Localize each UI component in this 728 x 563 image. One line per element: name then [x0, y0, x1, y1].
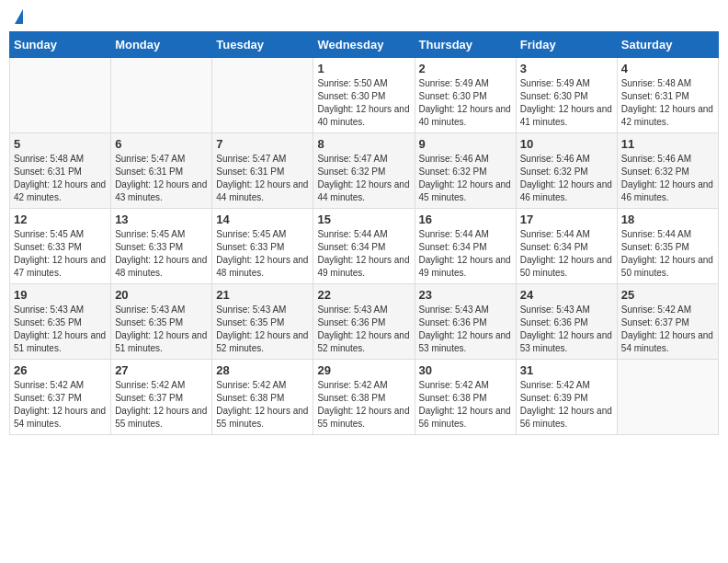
calendar-cell: 14Sunrise: 5:45 AM Sunset: 6:33 PM Dayli… [212, 209, 313, 284]
day-info: Sunrise: 5:42 AM Sunset: 6:37 PM Dayligh… [115, 379, 208, 431]
calendar-cell: 19Sunrise: 5:43 AM Sunset: 6:35 PM Dayli… [10, 284, 111, 360]
day-info: Sunrise: 5:49 AM Sunset: 6:30 PM Dayligh… [419, 77, 512, 129]
day-info: Sunrise: 5:42 AM Sunset: 6:38 PM Dayligh… [419, 379, 512, 431]
day-number: 26 [14, 363, 107, 377]
day-info: Sunrise: 5:45 AM Sunset: 6:33 PM Dayligh… [14, 228, 107, 280]
calendar-cell: 24Sunrise: 5:43 AM Sunset: 6:36 PM Dayli… [516, 284, 617, 360]
calendar-header-saturday: Saturday [617, 32, 718, 58]
logo [13, 9, 23, 26]
calendar-header-row: SundayMondayTuesdayWednesdayThursdayFrid… [10, 32, 719, 58]
day-info: Sunrise: 5:43 AM Sunset: 6:36 PM Dayligh… [317, 304, 410, 355]
day-info: Sunrise: 5:43 AM Sunset: 6:35 PM Dayligh… [14, 304, 107, 355]
calendar-header-sunday: Sunday [10, 32, 111, 58]
day-number: 15 [317, 213, 410, 226]
page-header [9, 9, 719, 26]
day-info: Sunrise: 5:42 AM Sunset: 6:37 PM Dayligh… [621, 304, 714, 355]
calendar-cell [212, 58, 313, 133]
day-info: Sunrise: 5:44 AM Sunset: 6:34 PM Dayligh… [419, 228, 512, 280]
day-number: 19 [14, 288, 107, 302]
day-number: 16 [419, 213, 512, 226]
calendar-cell: 25Sunrise: 5:42 AM Sunset: 6:37 PM Dayli… [617, 284, 718, 360]
day-number: 3 [520, 62, 613, 75]
calendar-cell: 23Sunrise: 5:43 AM Sunset: 6:36 PM Dayli… [415, 284, 516, 360]
day-info: Sunrise: 5:50 AM Sunset: 6:30 PM Dayligh… [317, 77, 410, 129]
calendar-cell: 22Sunrise: 5:43 AM Sunset: 6:36 PM Dayli… [313, 284, 415, 360]
calendar-cell: 1Sunrise: 5:50 AM Sunset: 6:30 PM Daylig… [313, 58, 415, 133]
day-number: 1 [317, 62, 410, 75]
calendar-week-row: 26Sunrise: 5:42 AM Sunset: 6:37 PM Dayli… [10, 360, 719, 435]
day-info: Sunrise: 5:46 AM Sunset: 6:32 PM Dayligh… [419, 153, 512, 204]
day-number: 6 [115, 137, 208, 151]
calendar-cell: 16Sunrise: 5:44 AM Sunset: 6:34 PM Dayli… [415, 209, 516, 284]
day-info: Sunrise: 5:45 AM Sunset: 6:33 PM Dayligh… [216, 228, 309, 280]
day-info: Sunrise: 5:42 AM Sunset: 6:38 PM Dayligh… [216, 379, 309, 431]
day-number: 13 [115, 213, 208, 226]
day-number: 9 [419, 137, 512, 151]
calendar-cell: 5Sunrise: 5:48 AM Sunset: 6:31 PM Daylig… [10, 133, 111, 209]
calendar-week-row: 1Sunrise: 5:50 AM Sunset: 6:30 PM Daylig… [10, 58, 719, 133]
day-number: 2 [419, 62, 512, 75]
day-info: Sunrise: 5:46 AM Sunset: 6:32 PM Dayligh… [621, 153, 714, 204]
calendar-week-row: 19Sunrise: 5:43 AM Sunset: 6:35 PM Dayli… [10, 284, 719, 360]
day-number: 31 [520, 363, 613, 377]
day-number: 25 [621, 288, 714, 302]
day-number: 18 [621, 213, 714, 226]
day-info: Sunrise: 5:47 AM Sunset: 6:32 PM Dayligh… [317, 153, 410, 204]
day-info: Sunrise: 5:47 AM Sunset: 6:31 PM Dayligh… [216, 153, 309, 204]
day-number: 29 [317, 363, 410, 377]
day-info: Sunrise: 5:43 AM Sunset: 6:35 PM Dayligh… [216, 304, 309, 355]
calendar-cell: 27Sunrise: 5:42 AM Sunset: 6:37 PM Dayli… [111, 360, 212, 435]
day-info: Sunrise: 5:42 AM Sunset: 6:37 PM Dayligh… [14, 379, 107, 431]
day-info: Sunrise: 5:45 AM Sunset: 6:33 PM Dayligh… [115, 228, 208, 280]
day-number: 10 [520, 137, 613, 151]
day-number: 5 [14, 137, 107, 151]
day-number: 21 [216, 288, 309, 302]
day-number: 20 [115, 288, 208, 302]
calendar-cell [111, 58, 212, 133]
day-info: Sunrise: 5:48 AM Sunset: 6:31 PM Dayligh… [621, 77, 714, 129]
day-info: Sunrise: 5:49 AM Sunset: 6:30 PM Dayligh… [520, 77, 613, 129]
calendar-header-monday: Monday [111, 32, 212, 58]
calendar-header-wednesday: Wednesday [313, 32, 415, 58]
day-info: Sunrise: 5:44 AM Sunset: 6:35 PM Dayligh… [621, 228, 714, 280]
day-info: Sunrise: 5:43 AM Sunset: 6:36 PM Dayligh… [419, 304, 512, 355]
day-info: Sunrise: 5:42 AM Sunset: 6:39 PM Dayligh… [520, 379, 613, 431]
day-number: 4 [621, 62, 714, 75]
calendar-cell: 30Sunrise: 5:42 AM Sunset: 6:38 PM Dayli… [415, 360, 516, 435]
day-number: 23 [419, 288, 512, 302]
day-info: Sunrise: 5:48 AM Sunset: 6:31 PM Dayligh… [14, 153, 107, 204]
calendar-cell: 8Sunrise: 5:47 AM Sunset: 6:32 PM Daylig… [313, 133, 415, 209]
calendar-week-row: 12Sunrise: 5:45 AM Sunset: 6:33 PM Dayli… [10, 209, 719, 284]
calendar-cell: 18Sunrise: 5:44 AM Sunset: 6:35 PM Dayli… [617, 209, 718, 284]
calendar-cell: 7Sunrise: 5:47 AM Sunset: 6:31 PM Daylig… [212, 133, 313, 209]
calendar-cell: 3Sunrise: 5:49 AM Sunset: 6:30 PM Daylig… [516, 58, 617, 133]
day-info: Sunrise: 5:44 AM Sunset: 6:34 PM Dayligh… [520, 228, 613, 280]
calendar-week-row: 5Sunrise: 5:48 AM Sunset: 6:31 PM Daylig… [10, 133, 719, 209]
day-number: 27 [115, 363, 208, 377]
calendar-cell [10, 58, 111, 133]
calendar-cell: 15Sunrise: 5:44 AM Sunset: 6:34 PM Dayli… [313, 209, 415, 284]
calendar-header-friday: Friday [516, 32, 617, 58]
day-number: 30 [419, 363, 512, 377]
calendar-cell: 31Sunrise: 5:42 AM Sunset: 6:39 PM Dayli… [516, 360, 617, 435]
calendar-cell: 10Sunrise: 5:46 AM Sunset: 6:32 PM Dayli… [516, 133, 617, 209]
calendar-cell: 20Sunrise: 5:43 AM Sunset: 6:35 PM Dayli… [111, 284, 212, 360]
logo-triangle-icon [15, 9, 23, 24]
calendar-header-tuesday: Tuesday [212, 32, 313, 58]
calendar-cell: 17Sunrise: 5:44 AM Sunset: 6:34 PM Dayli… [516, 209, 617, 284]
calendar-cell: 12Sunrise: 5:45 AM Sunset: 6:33 PM Dayli… [10, 209, 111, 284]
day-info: Sunrise: 5:46 AM Sunset: 6:32 PM Dayligh… [520, 153, 613, 204]
day-number: 8 [317, 137, 410, 151]
calendar-cell: 6Sunrise: 5:47 AM Sunset: 6:31 PM Daylig… [111, 133, 212, 209]
day-info: Sunrise: 5:47 AM Sunset: 6:31 PM Dayligh… [115, 153, 208, 204]
day-number: 24 [520, 288, 613, 302]
day-number: 28 [216, 363, 309, 377]
calendar-cell: 2Sunrise: 5:49 AM Sunset: 6:30 PM Daylig… [415, 58, 516, 133]
calendar-cell: 26Sunrise: 5:42 AM Sunset: 6:37 PM Dayli… [10, 360, 111, 435]
calendar-cell: 29Sunrise: 5:42 AM Sunset: 6:38 PM Dayli… [313, 360, 415, 435]
day-info: Sunrise: 5:42 AM Sunset: 6:38 PM Dayligh… [317, 379, 410, 431]
day-number: 22 [317, 288, 410, 302]
day-number: 11 [621, 137, 714, 151]
day-info: Sunrise: 5:44 AM Sunset: 6:34 PM Dayligh… [317, 228, 410, 280]
day-number: 12 [14, 213, 107, 226]
